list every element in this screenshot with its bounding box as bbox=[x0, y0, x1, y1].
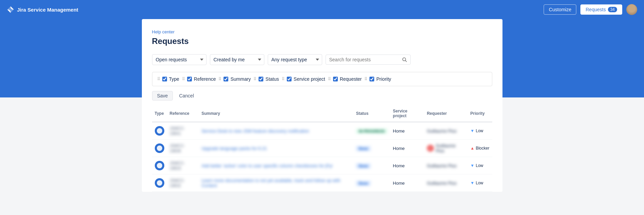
cell-type bbox=[152, 140, 167, 157]
drag-handle-summary: ⠿ bbox=[218, 77, 221, 81]
col-type-label: Type bbox=[169, 76, 179, 82]
priority-label: Low bbox=[476, 163, 483, 168]
project-name: Home bbox=[393, 146, 405, 151]
column-selector: ⠿ Type ⠿ Reference ⠿ Summary ⠿ Status ⠿ bbox=[152, 72, 492, 86]
cell-project: Home bbox=[390, 157, 424, 174]
priority-icon: ▼ bbox=[470, 128, 475, 133]
col-priority-label: Priority bbox=[376, 76, 391, 82]
customize-button[interactable]: Customize bbox=[544, 4, 576, 15]
drag-handle-reference: ⠿ bbox=[182, 77, 185, 81]
table-row: JSMCC-19833Add better 'active' color to … bbox=[152, 157, 492, 174]
cell-reference[interactable]: JSMCC-19841 bbox=[167, 122, 199, 140]
requester-info: BGuillaume Plus bbox=[427, 143, 465, 153]
cell-summary[interactable]: Service Desk to new JSM feature discover… bbox=[199, 122, 353, 140]
app-title: Jira Service Management bbox=[17, 7, 78, 13]
col-reference[interactable]: ⠿ Reference bbox=[182, 76, 216, 82]
cell-priority: ▼Low bbox=[468, 122, 492, 140]
col-service-project-label: Service project bbox=[294, 76, 325, 82]
type-icon bbox=[155, 161, 164, 170]
user-avatar[interactable] bbox=[626, 4, 637, 15]
request-type-filter[interactable]: Any request type bbox=[268, 54, 322, 65]
col-service-project-checkbox[interactable] bbox=[287, 77, 292, 81]
svg-line-1 bbox=[405, 61, 407, 62]
project-name: Home bbox=[393, 181, 405, 186]
reference-link[interactable]: JSMCC-19841 bbox=[170, 126, 185, 136]
col-header-requester: Requester bbox=[424, 105, 468, 122]
col-status-label: Status bbox=[265, 76, 279, 82]
summary-link[interactable]: Add better 'active' color to user specif… bbox=[201, 163, 332, 168]
cell-project: Home bbox=[390, 174, 424, 192]
cell-reference[interactable]: JSMCC-19836 bbox=[167, 140, 199, 157]
col-requester[interactable]: ⠿ Requester bbox=[328, 76, 362, 82]
cell-type bbox=[152, 174, 167, 192]
priority-indicator: ▼Low bbox=[470, 128, 490, 133]
col-summary[interactable]: ⠿ Summary bbox=[218, 76, 251, 82]
col-requester-checkbox[interactable] bbox=[333, 77, 338, 81]
status-badge: IN PROGRESS bbox=[356, 128, 387, 134]
cell-requester: Guillaume Plus bbox=[424, 174, 468, 192]
page-wrapper: Help center Requests Open requests Creat… bbox=[0, 19, 644, 192]
breadcrumb[interactable]: Help center bbox=[152, 29, 492, 34]
col-summary-checkbox[interactable] bbox=[224, 77, 228, 81]
summary-link[interactable]: Service Desk to new JSM feature discover… bbox=[201, 128, 309, 134]
app-header: Jira Service Management Customize Reques… bbox=[0, 0, 644, 19]
priority-label: Low bbox=[476, 128, 483, 133]
type-icon bbox=[155, 178, 164, 188]
col-header-type: Type bbox=[152, 105, 167, 122]
cell-priority: ▼Low bbox=[468, 157, 492, 174]
reference-link[interactable]: JSMCC-19833 bbox=[170, 161, 185, 171]
summary-link[interactable]: Learn more documentation is not yet avai… bbox=[201, 178, 340, 188]
col-type[interactable]: ⠿ Type bbox=[157, 76, 179, 82]
cell-priority: ▲Blocker bbox=[468, 140, 492, 157]
priority-icon: ▼ bbox=[470, 181, 475, 185]
col-reference-checkbox[interactable] bbox=[187, 77, 192, 81]
col-summary-label: Summary bbox=[230, 76, 251, 82]
cell-status: Done bbox=[353, 157, 390, 174]
cell-summary[interactable]: Add better 'active' color to user specif… bbox=[199, 157, 353, 174]
col-priority-checkbox[interactable] bbox=[369, 77, 374, 81]
drag-handle-service-project: ⠿ bbox=[282, 77, 285, 81]
col-status-checkbox[interactable] bbox=[259, 77, 263, 81]
requester-info: Guillaume Plus bbox=[427, 163, 465, 168]
reference-link[interactable]: JSMCC-19836 bbox=[170, 143, 185, 153]
cell-status: Done bbox=[353, 140, 390, 157]
col-header-summary: Summary bbox=[199, 105, 353, 122]
save-button[interactable]: Save bbox=[152, 91, 173, 101]
cell-summary[interactable]: Upgrade language packs for 6.21 bbox=[199, 140, 353, 157]
project-name: Home bbox=[393, 163, 405, 168]
created-by-filter[interactable]: Created by me bbox=[210, 54, 264, 65]
cell-summary[interactable]: Learn more documentation is not yet avai… bbox=[199, 174, 353, 192]
cell-project: Home bbox=[390, 122, 424, 140]
cancel-button[interactable]: Cancel bbox=[176, 91, 197, 101]
app-logo-title: Jira Service Management bbox=[7, 6, 78, 13]
priority-label: Blocker bbox=[476, 146, 489, 151]
summary-link[interactable]: Upgrade language packs for 6.21 bbox=[201, 146, 267, 151]
col-service-project[interactable]: ⠿ Service project bbox=[282, 76, 325, 82]
page-title: Requests bbox=[152, 36, 492, 46]
col-type-checkbox[interactable] bbox=[162, 77, 167, 81]
cell-type bbox=[152, 122, 167, 140]
requests-button[interactable]: Requests 34 bbox=[580, 4, 622, 15]
search-input[interactable] bbox=[329, 57, 400, 62]
requester-avatar: B bbox=[427, 145, 434, 152]
col-header-status: Status bbox=[353, 105, 390, 122]
col-status[interactable]: ⠿ Status bbox=[253, 76, 279, 82]
main-card: Help center Requests Open requests Creat… bbox=[142, 19, 502, 192]
cell-reference[interactable]: JSMCC-19832 bbox=[167, 174, 199, 192]
priority-icon: ▲ bbox=[470, 146, 475, 151]
col-reference-label: Reference bbox=[194, 76, 216, 82]
priority-indicator: ▼Low bbox=[470, 163, 490, 168]
drag-handle-status: ⠿ bbox=[253, 77, 257, 81]
requester-name: Guillaume Plus bbox=[427, 181, 457, 186]
header-actions: Customize Requests 34 bbox=[544, 4, 637, 15]
status-filter[interactable]: Open requests bbox=[152, 54, 207, 65]
cell-reference[interactable]: JSMCC-19833 bbox=[167, 157, 199, 174]
cell-requester: Guillaume Plus bbox=[424, 157, 468, 174]
requests-button-label: Requests bbox=[585, 7, 606, 12]
requester-name: Guillaume Plus bbox=[427, 163, 457, 168]
cell-type bbox=[152, 157, 167, 174]
jira-icon bbox=[7, 6, 14, 13]
col-priority[interactable]: ⠿ Priority bbox=[364, 76, 391, 82]
reference-link[interactable]: JSMCC-19832 bbox=[170, 178, 185, 188]
priority-label: Low bbox=[476, 181, 483, 185]
